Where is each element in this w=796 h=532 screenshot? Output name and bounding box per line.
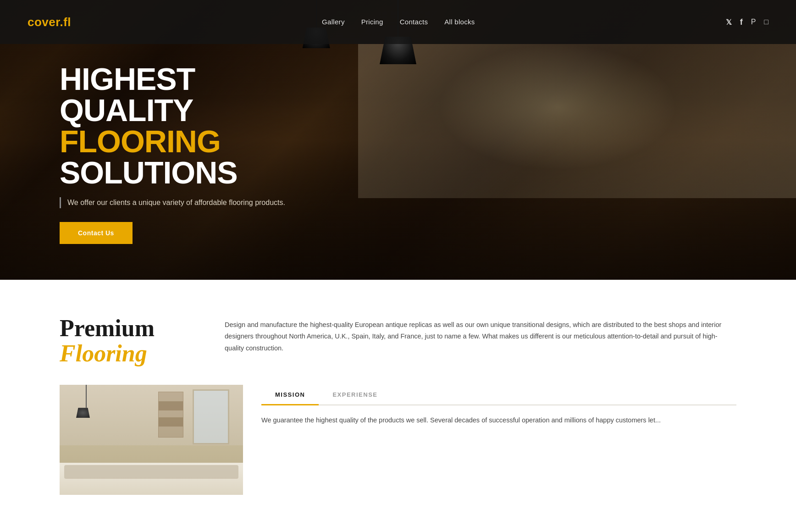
about-image xyxy=(60,385,243,495)
twitter-link[interactable]: 𝕏 xyxy=(726,18,732,27)
about-top: Premium Flooring Design and manufacture … xyxy=(60,316,736,366)
tab-content: We guarantee the highest quality of the … xyxy=(261,415,736,426)
nav-links: Gallery Pricing Contacts All blocks xyxy=(322,18,475,26)
hero-content: HIGHEST QUALITY FLOORING SOLUTIONS We of… xyxy=(0,36,394,244)
nav-contacts[interactable]: Contacts xyxy=(400,18,428,26)
nav-pricing[interactable]: Pricing xyxy=(361,18,383,26)
navbar: cover.fl Gallery Pricing Contacts All bl… xyxy=(0,0,796,44)
room-simulation xyxy=(60,385,243,495)
about-bottom: MISSION EXPERIENSE We guarantee the high… xyxy=(60,385,736,495)
hero-title-solutions: SOLUTIONS xyxy=(60,155,238,190)
contact-us-button[interactable]: Contact Us xyxy=(60,222,133,244)
tab-experience[interactable]: EXPERIENSE xyxy=(319,385,391,405)
instagram-link[interactable]: □ xyxy=(764,18,768,26)
facebook-link[interactable]: f xyxy=(740,17,743,27)
nav-gallery[interactable]: Gallery xyxy=(322,18,345,26)
about-tabs-area: MISSION EXPERIENSE We guarantee the high… xyxy=(261,385,736,426)
about-heading: Premium Flooring xyxy=(60,316,188,366)
hero-title-line2: FLOORING SOLUTIONS xyxy=(60,126,335,188)
social-links: 𝕏 f P □ xyxy=(726,17,768,27)
about-heading-premium: Premium xyxy=(60,316,188,340)
pinterest-link[interactable]: P xyxy=(751,18,756,26)
tabs-row: MISSION EXPERIENSE xyxy=(261,385,736,405)
about-body-text: Design and manufacture the highest-quali… xyxy=(225,316,736,354)
nav-allblocks[interactable]: All blocks xyxy=(444,18,475,26)
hero-subtitle: We offer our clients a unique variety of… xyxy=(60,197,335,208)
about-section: Premium Flooring Design and manufacture … xyxy=(0,280,796,522)
brand-logo[interactable]: cover.fl xyxy=(28,15,71,29)
tab-mission[interactable]: MISSION xyxy=(261,385,319,405)
hero-title-gold: FLOORING xyxy=(60,124,221,159)
about-heading-flooring: Flooring xyxy=(60,340,188,366)
hero-window-glow xyxy=(438,44,677,170)
hero-title-line1: HIGHEST QUALITY xyxy=(60,63,335,126)
